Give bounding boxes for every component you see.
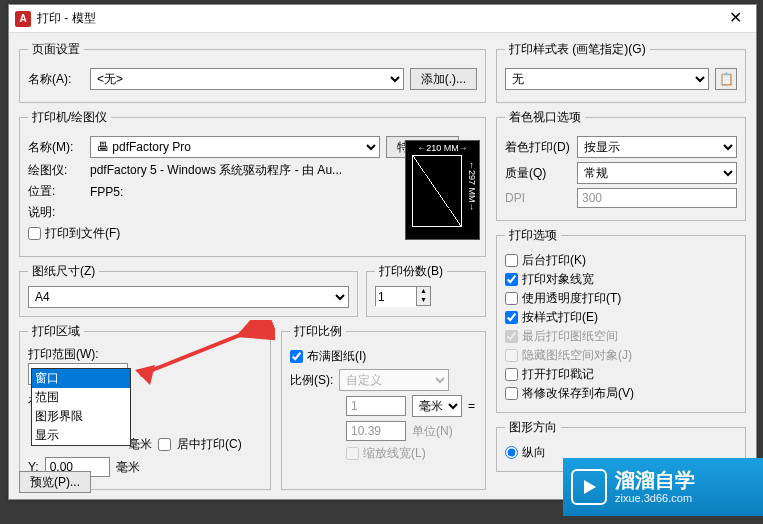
savelayout-label: 将修改保存到布局(V)	[522, 385, 634, 402]
papersize-group: 图纸尺寸(Z) A4	[19, 263, 358, 317]
scale-den-unit: 单位(N)	[412, 423, 453, 440]
printoptions-legend: 打印选项	[505, 227, 561, 244]
plotter-value: pdfFactory 5 - Windows 系统驱动程序 - 由 Au...	[90, 162, 342, 179]
watermark-url: zixue.3d66.com	[615, 492, 695, 505]
papersize-legend: 图纸尺寸(Z)	[28, 263, 99, 280]
copies-legend: 打印份数(B)	[375, 263, 447, 280]
style-checkbox[interactable]	[505, 311, 518, 324]
titlebar: A 打印 - 模型 ✕	[9, 5, 756, 33]
hidepaperspace-checkbox	[505, 349, 518, 362]
styletable-group: 打印样式表 (画笔指定)(G) 无 📋	[496, 41, 746, 103]
styletable-legend: 打印样式表 (画笔指定)(G)	[505, 41, 650, 58]
location-value: FPP5:	[90, 185, 123, 199]
dropdown-option-display[interactable]: 显示	[32, 426, 130, 445]
orientation-legend: 图形方向	[505, 419, 561, 436]
close-button[interactable]: ✕	[720, 9, 750, 29]
plotter-label: 绘图仪:	[28, 162, 84, 179]
paperspace-label: 最后打印图纸空间	[522, 328, 618, 345]
scalelineweight-checkbox	[346, 447, 359, 460]
spin-down[interactable]: ▼	[416, 296, 430, 305]
fitpaper-checkbox[interactable]	[290, 350, 303, 363]
page-setup-legend: 页面设置	[28, 41, 84, 58]
watermark: 溜溜自学 zixue.3d66.com	[563, 458, 763, 516]
savelayout-checkbox[interactable]	[505, 387, 518, 400]
quality-label: 质量(Q)	[505, 165, 571, 182]
hidepaperspace-label: 隐藏图纸空间对象(J)	[522, 347, 632, 364]
copies-group: 打印份数(B) ▲▼	[366, 263, 486, 317]
printrange-dropdown[interactable]: 窗口 范围 图形界限 显示	[31, 368, 131, 446]
style-label: 按样式打印(E)	[522, 309, 598, 326]
scale-num-input	[346, 396, 406, 416]
page-setup-group: 页面设置 名称(A): <无> 添加(.)...	[19, 41, 486, 103]
center-print-label: 居中打印(C)	[177, 436, 242, 453]
offset-unit-x: 毫米	[128, 436, 152, 453]
print-to-file-label: 打印到文件(F)	[45, 225, 120, 242]
stamp-label: 打开打印戳记	[522, 366, 594, 383]
equals-label: =	[468, 399, 475, 413]
scalelineweight-label: 缩放线宽(L)	[363, 445, 426, 462]
printer-name-select[interactable]: 🖶 pdfFactory Pro	[90, 136, 380, 158]
pagesetup-name-select[interactable]: <无>	[90, 68, 404, 90]
scale-select: 自定义	[339, 369, 449, 391]
location-label: 位置:	[28, 183, 84, 200]
bg-label: 后台打印(K)	[522, 252, 586, 269]
transp-checkbox[interactable]	[505, 292, 518, 305]
dpi-input	[577, 188, 737, 208]
copies-input[interactable]	[376, 287, 416, 307]
lw-checkbox[interactable]	[505, 273, 518, 286]
spin-up[interactable]: ▲	[416, 287, 430, 296]
paper-width-dim: ←210 MM→	[408, 143, 477, 153]
dropdown-option-extents[interactable]: 范围	[32, 388, 130, 407]
paper-preview: ←210 MM→ ←297 MM→	[405, 140, 480, 240]
dropdown-option-limits[interactable]: 图形界限	[32, 407, 130, 426]
shadedviewport-group: 着色视口选项 着色打印(D) 按显示 质量(Q) 常规 DPI	[496, 109, 746, 221]
app-icon: A	[15, 11, 31, 27]
play-icon	[571, 469, 607, 505]
scale-label: 比例(S):	[290, 372, 333, 389]
printer-legend: 打印机/绘图仪	[28, 109, 111, 126]
bg-checkbox[interactable]	[505, 254, 518, 267]
pagesetup-name-label: 名称(A):	[28, 71, 84, 88]
scale-den-input	[346, 421, 406, 441]
printratio-group: 打印比例 布满图纸(I) 比例(S): 自定义 毫米 =	[281, 323, 486, 490]
lw-label: 打印对象线宽	[522, 271, 594, 288]
styletable-edit-button[interactable]: 📋	[715, 68, 737, 90]
dpi-label: DPI	[505, 191, 571, 205]
watermark-title: 溜溜自学	[615, 468, 695, 492]
paper-sheet-icon	[412, 155, 462, 227]
fitpaper-label: 布满图纸(I)	[307, 348, 366, 365]
portrait-label: 纵向	[522, 444, 546, 461]
shadeplot-select[interactable]: 按显示	[577, 136, 737, 158]
paperspace-checkbox	[505, 330, 518, 343]
portrait-radio[interactable]	[505, 446, 518, 459]
shadedviewport-legend: 着色视口选项	[505, 109, 585, 126]
preview-button[interactable]: 预览(P)...	[19, 471, 91, 493]
transp-label: 使用透明度打印(T)	[522, 290, 621, 307]
copies-spinner[interactable]: ▲▼	[375, 286, 431, 306]
printer-name-label: 名称(M):	[28, 139, 84, 156]
desc-label: 说明:	[28, 204, 84, 221]
papersize-select[interactable]: A4	[28, 286, 349, 308]
quality-select[interactable]: 常规	[577, 162, 737, 184]
dropdown-option-window[interactable]: 窗口	[32, 369, 130, 388]
printrange-label: 打印范围(W):	[28, 346, 262, 363]
paper-height-dim: ←297 MM→	[467, 161, 477, 212]
printratio-legend: 打印比例	[290, 323, 346, 340]
scale-num-unit[interactable]: 毫米	[412, 395, 462, 417]
printarea-legend: 打印区域	[28, 323, 84, 340]
styletable-select[interactable]: 无	[505, 68, 709, 90]
window-title: 打印 - 模型	[37, 10, 720, 27]
printoptions-group: 打印选项 后台打印(K) 打印对象线宽 使用透明度打印(T) 按样式打印(E) …	[496, 227, 746, 413]
stamp-checkbox[interactable]	[505, 368, 518, 381]
pagesetup-add-button[interactable]: 添加(.)...	[410, 68, 477, 90]
shadeplot-label: 着色打印(D)	[505, 139, 571, 156]
print-to-file-checkbox[interactable]	[28, 227, 41, 240]
center-print-checkbox[interactable]	[158, 438, 171, 451]
